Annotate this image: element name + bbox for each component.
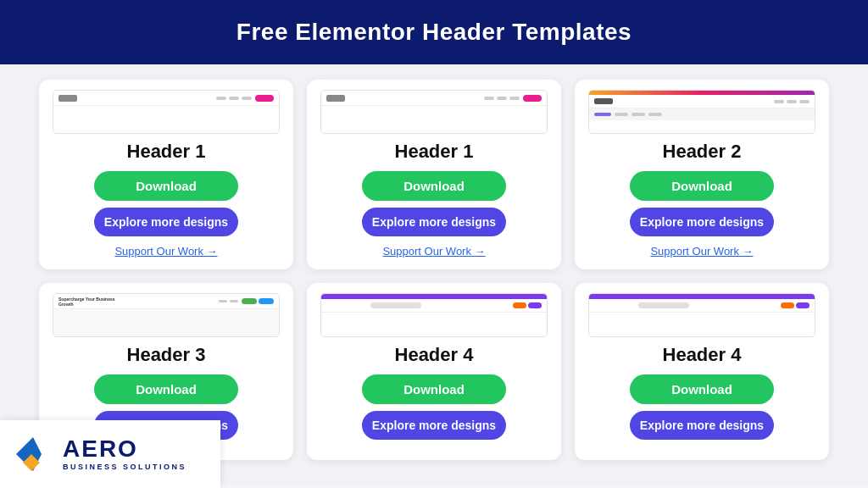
card-header-4a: Header 4 Download Explore more designs bbox=[307, 283, 561, 460]
download-button-4a[interactable]: Download bbox=[362, 374, 506, 404]
logo-company-name: AERO bbox=[63, 437, 186, 461]
card-header-1b: Header 1 Download Explore more designs S… bbox=[307, 80, 561, 269]
support-link-1b[interactable]: Support Our Work → bbox=[382, 245, 485, 258]
support-link-2[interactable]: Support Our Work → bbox=[650, 245, 753, 258]
download-button-3[interactable]: Download bbox=[94, 374, 238, 404]
preview-h4a bbox=[320, 293, 548, 337]
cards-row-1: Header 1 Download Explore more designs S… bbox=[25, 80, 843, 269]
preview-h1a bbox=[53, 90, 280, 134]
logo-text: AERO BUSINESS SOLUTIONS bbox=[63, 437, 186, 471]
card-title-2: Header 2 bbox=[663, 141, 742, 163]
explore-button-1a[interactable]: Explore more designs bbox=[94, 208, 238, 236]
download-button-1b[interactable]: Download bbox=[362, 171, 506, 201]
logo-overlay: AERO BUSINESS SOLUTIONS bbox=[0, 420, 220, 488]
explore-button-4b[interactable]: Explore more designs bbox=[630, 411, 774, 440]
page-banner: Free Elementor Header Templates bbox=[0, 0, 868, 64]
card-title-1a: Header 1 bbox=[127, 141, 206, 163]
explore-button-4a[interactable]: Explore more designs bbox=[362, 411, 506, 440]
preview-h4b bbox=[588, 293, 815, 337]
preview-h1b bbox=[320, 90, 548, 134]
card-title-3: Header 3 bbox=[127, 344, 206, 366]
card-header-2: Header 2 Download Explore more designs S… bbox=[575, 80, 829, 269]
page-title: Free Elementor Header Templates bbox=[236, 19, 632, 45]
aero-logo-icon bbox=[12, 433, 54, 475]
card-title-4a: Header 4 bbox=[395, 344, 474, 366]
card-title-4b: Header 4 bbox=[663, 344, 742, 366]
explore-button-1b[interactable]: Explore more designs bbox=[362, 208, 506, 236]
download-button-4b[interactable]: Download bbox=[630, 374, 774, 404]
card-header-4b: Header 4 Download Explore more designs bbox=[575, 283, 829, 460]
support-link-1a[interactable]: Support Our Work → bbox=[114, 245, 217, 258]
card-title-1b: Header 1 bbox=[395, 141, 474, 163]
download-button-2[interactable]: Download bbox=[630, 171, 774, 201]
logo-company-sub: BUSINESS SOLUTIONS bbox=[63, 463, 186, 471]
preview-h3: Supercharge Your BusinessGrowth bbox=[53, 293, 280, 337]
preview-h2 bbox=[588, 90, 815, 134]
explore-button-2[interactable]: Explore more designs bbox=[630, 208, 774, 236]
card-header-1a: Header 1 Download Explore more designs S… bbox=[39, 80, 293, 269]
download-button-1a[interactable]: Download bbox=[94, 171, 238, 201]
